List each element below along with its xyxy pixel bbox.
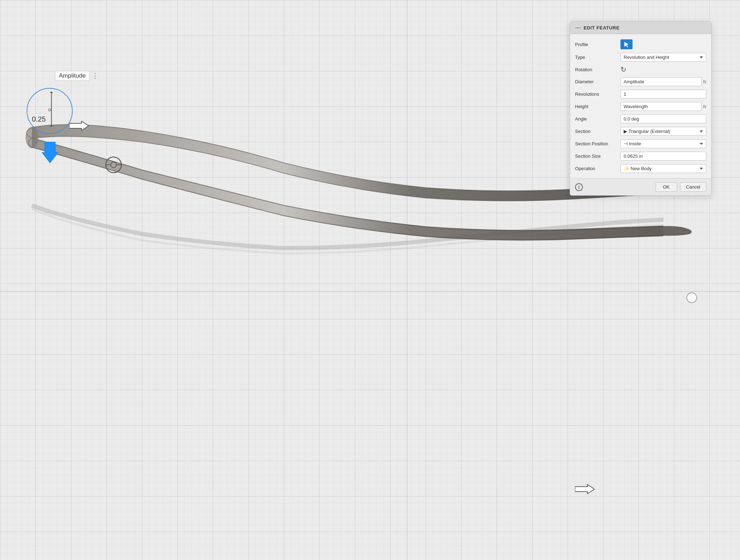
arrow-bottom-right-icon — [575, 484, 595, 494]
operation-control: ✨ New Body ✨ Join ✨ Cut ✨ Intersect — [620, 164, 706, 173]
svg-point-8 — [111, 162, 116, 168]
operation-label: Operation — [575, 166, 618, 171]
height-fx-badge[interactable]: fx — [703, 104, 706, 109]
section-label: Section — [575, 129, 618, 134]
diameter-label: Diameter — [575, 79, 618, 84]
diameter-fx-badge[interactable]: fx — [703, 79, 706, 84]
footer-buttons: OK Cancel — [656, 182, 706, 192]
section-size-row: Section Size — [570, 150, 711, 162]
operation-select[interactable]: ✨ New Body ✨ Join ✨ Cut ✨ Intersect — [620, 164, 706, 173]
section-size-label: Section Size — [575, 153, 618, 159]
type-row: Type Revolution and Height Revolution an… — [570, 51, 711, 63]
revolutions-row: Revolutions — [570, 88, 711, 100]
svg-marker-11 — [575, 485, 595, 494]
height-label: Height — [575, 104, 618, 109]
section-position-control: ⊣ Inside ⊣ Outside ⊣ Center — [620, 139, 706, 148]
edit-feature-panel: — EDIT FEATURE Profile Type Revolution a… — [570, 21, 712, 196]
height-row: Height fx — [570, 100, 711, 113]
angle-control — [620, 114, 706, 123]
rotation-row: Rotation ↻ — [570, 63, 711, 75]
height-input[interactable] — [620, 102, 702, 111]
panel-title: EDIT FEATURE — [584, 25, 619, 30]
amplitude-label-text: Amplitude — [55, 71, 90, 81]
revolutions-control — [620, 90, 706, 99]
section-size-input[interactable] — [620, 152, 706, 161]
section-position-row: Section Position ⊣ Inside ⊣ Outside ⊣ Ce… — [570, 138, 711, 150]
revolutions-label: Revolutions — [575, 91, 618, 97]
rotation-icon[interactable]: ↻ — [620, 66, 626, 73]
arrow-down-blue-icon — [42, 142, 58, 163]
diameter-row: Diameter fx — [570, 75, 711, 88]
panel-header: — EDIT FEATURE — [570, 22, 711, 34]
panel-footer: i OK Cancel — [570, 178, 711, 195]
angle-input[interactable] — [620, 114, 706, 123]
profile-button[interactable] — [620, 39, 633, 49]
svg-point-0 — [26, 127, 38, 148]
diameter-control: fx — [620, 77, 706, 86]
center-dot — [48, 108, 51, 111]
section-position-label: Section Position — [575, 141, 618, 146]
axis-horizontal — [0, 291, 740, 292]
panel-body: Profile Type Revolution and Height Revol… — [570, 34, 711, 178]
cancel-button[interactable]: Cancel — [680, 182, 706, 192]
section-size-control — [620, 152, 706, 161]
arrow-right-icon — [69, 121, 89, 131]
section-select[interactable]: ▶ Triangular (External) ▶ Circular ▶ Squ… — [620, 127, 706, 136]
svg-point-7 — [106, 157, 121, 173]
section-position-select[interactable]: ⊣ Inside ⊣ Outside ⊣ Center — [620, 139, 706, 148]
operation-row: Operation ✨ New Body ✨ Join ✨ Cut ✨ Inte… — [570, 162, 711, 175]
svg-marker-6 — [42, 142, 58, 163]
cursor-icon — [624, 41, 629, 47]
axis-vertical — [407, 0, 407, 560]
svg-point-1 — [687, 293, 697, 303]
rotation-control: ↻ — [620, 65, 706, 74]
amplitude-annotation: Amplitude ⋮ — [55, 71, 98, 81]
rotation-label: Rotation — [575, 67, 618, 72]
profile-row: Profile — [570, 38, 711, 51]
amplitude-menu-dots[interactable]: ⋮ — [92, 72, 98, 80]
diameter-input[interactable] — [620, 77, 702, 86]
angle-row: Angle — [570, 113, 711, 125]
panel-collapse-icon[interactable]: — — [575, 24, 581, 31]
ok-button[interactable]: OK — [656, 182, 677, 192]
profile-control — [620, 39, 706, 49]
svg-marker-12 — [624, 42, 629, 47]
section-row: Section ▶ Triangular (External) ▶ Circul… — [570, 125, 711, 138]
profile-label: Profile — [575, 42, 618, 47]
type-label: Type — [575, 55, 618, 60]
type-control: Revolution and Height Revolution and Pit… — [620, 53, 706, 62]
angle-label: Angle — [575, 116, 618, 122]
type-select[interactable]: Revolution and Height Revolution and Pit… — [620, 53, 706, 62]
section-control: ▶ Triangular (External) ▶ Circular ▶ Squ… — [620, 127, 706, 136]
dimension-value: 0.25 — [32, 115, 46, 123]
revolutions-input[interactable] — [620, 90, 706, 99]
height-control: fx — [620, 102, 706, 111]
svg-marker-5 — [69, 121, 89, 130]
coil-symbol-icon — [105, 156, 122, 174]
info-button[interactable]: i — [575, 183, 583, 191]
